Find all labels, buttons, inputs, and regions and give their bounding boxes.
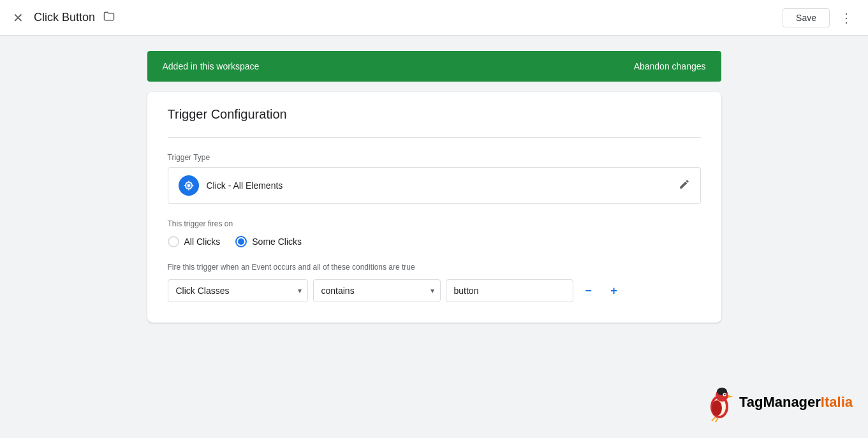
add-condition-button[interactable]: + bbox=[604, 281, 624, 301]
some-clicks-label: Some Clicks bbox=[252, 237, 302, 247]
radio-group: All Clicks Some Clicks bbox=[168, 236, 701, 247]
folder-icon[interactable] bbox=[103, 10, 115, 26]
card-title: Trigger Configuration bbox=[168, 107, 701, 122]
trigger-config-card: Trigger Configuration Trigger Type Click… bbox=[147, 92, 721, 323]
condition-field-wrapper: Click Classes Click Element Click ID Cli… bbox=[168, 279, 308, 302]
condition-row: Click Classes Click Element Click ID Cli… bbox=[168, 279, 701, 302]
logo-area: TagManagerItalia bbox=[702, 381, 853, 423]
some-clicks-option[interactable]: Some Clicks bbox=[235, 236, 302, 247]
trigger-type-label: Trigger Type bbox=[168, 153, 701, 162]
topbar-left: ✕ Click Button bbox=[10, 8, 115, 28]
svg-marker-8 bbox=[728, 395, 733, 398]
some-clicks-radio[interactable] bbox=[235, 236, 247, 247]
trigger-type-left: Click - All Elements bbox=[179, 175, 283, 196]
topbar-right: Save ⋮ bbox=[783, 8, 858, 28]
topbar: ✕ Click Button Save ⋮ bbox=[0, 0, 868, 36]
svg-point-7 bbox=[724, 394, 725, 395]
condition-operator-wrapper: contains equals starts with ends with ma… bbox=[313, 279, 441, 302]
all-clicks-label: All Clicks bbox=[184, 237, 221, 247]
edit-trigger-icon[interactable] bbox=[679, 179, 690, 193]
logo-black-text: TagManager bbox=[739, 394, 821, 410]
save-button[interactable]: Save bbox=[783, 8, 830, 27]
svg-line-11 bbox=[716, 418, 718, 422]
more-options-button[interactable]: ⋮ bbox=[835, 8, 858, 28]
trigger-type-icon bbox=[179, 175, 199, 196]
condition-field-select[interactable]: Click Classes Click Element Click ID Cli… bbox=[168, 279, 308, 302]
svg-point-1 bbox=[187, 184, 190, 187]
svg-line-10 bbox=[712, 417, 716, 421]
banner-message: Added in this workspace bbox=[163, 61, 260, 71]
main-content: Added in this workspace Abandon changes … bbox=[0, 36, 868, 338]
logo-text: TagManagerItalia bbox=[739, 394, 853, 411]
svg-point-9 bbox=[712, 400, 722, 416]
all-clicks-radio[interactable] bbox=[168, 236, 179, 247]
condition-value-input[interactable] bbox=[446, 279, 573, 302]
workspace-banner: Added in this workspace Abandon changes bbox=[147, 51, 721, 82]
logo-orange-text: Italia bbox=[821, 394, 853, 410]
all-clicks-option[interactable]: All Clicks bbox=[168, 236, 221, 247]
fires-on-label: This trigger fires on bbox=[168, 219, 701, 228]
remove-condition-button[interactable]: − bbox=[578, 281, 599, 301]
abandon-changes-link[interactable]: Abandon changes bbox=[634, 61, 706, 71]
trigger-type-name: Click - All Elements bbox=[207, 180, 283, 191]
condition-operator-select[interactable]: contains equals starts with ends with ma… bbox=[313, 279, 441, 302]
trigger-type-row: Click - All Elements bbox=[168, 167, 701, 204]
some-clicks-radio-dot bbox=[238, 238, 244, 245]
condition-intro: Fire this trigger when an Event occurs a… bbox=[168, 263, 701, 272]
page-title: Click Button bbox=[34, 11, 95, 24]
divider bbox=[168, 137, 701, 138]
woodpecker-logo-icon bbox=[702, 381, 737, 423]
close-button[interactable]: ✕ bbox=[10, 8, 26, 28]
